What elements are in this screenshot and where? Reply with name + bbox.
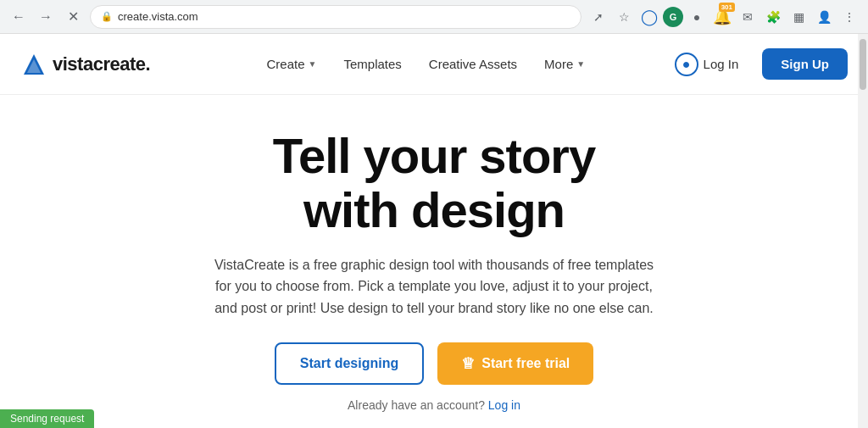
status-bar: Sending request [0,409,94,428]
nav-item-more[interactable]: More ▼ [532,50,597,78]
profile-icon[interactable]: ◯ [637,5,661,29]
browser-controls: ← → ✕ [7,5,85,29]
start-free-trial-button[interactable]: ♕ Start free trial [437,342,593,385]
free-trial-label: Start free trial [481,356,570,371]
hero-buttons: Start designing ♕ Start free trial [275,342,594,385]
nav-item-creative-assets[interactable]: Creative Assets [417,50,529,78]
url-text: create.vista.com [118,10,198,23]
split-icon[interactable]: ▦ [787,5,810,29]
logo-text: vistacreate. [53,53,150,75]
menu-icon[interactable]: ⋮ [837,5,861,29]
ext1-icon[interactable]: ● [685,5,709,29]
signup-label: Sign Up [781,57,829,71]
start-designing-button[interactable]: Start designing [275,342,424,385]
hero-title-line1: Tell your story [273,128,595,183]
nav-creative-label: Creative Assets [429,57,517,71]
badge-icon[interactable]: 🔔301 [710,5,734,29]
login-label: Log In [704,57,739,71]
forward-button[interactable]: → [34,5,58,29]
more-chevron-icon: ▼ [576,59,585,69]
login-link[interactable]: Log in [488,398,520,412]
already-account-text: Already have an account? Log in [348,398,520,412]
nav-actions: ● Log In Sign Up [661,46,848,83]
reload-button[interactable]: ✕ [61,5,85,29]
logo-icon [20,51,47,78]
nav-templates-label: Templates [343,57,401,71]
mail-icon[interactable]: ✉ [736,5,760,29]
nav-menu: Create ▼ Templates Creative Assets More … [191,50,661,78]
back-button[interactable]: ← [7,5,31,29]
bookmark-icon[interactable]: ☆ [612,5,636,29]
nav-create-label: Create [267,57,305,71]
nav-item-templates[interactable]: Templates [331,50,413,78]
hero-section: Tell your story with design VistaCreate … [0,95,868,428]
scrollbar[interactable] [858,34,868,428]
browser-right-icons: ➚ ☆ ◯ G ● 🔔301 ✉ 🧩 ▦ 👤 ⋮ [587,5,861,29]
vpn-icon[interactable]: G [663,7,683,27]
scrollbar-thumb[interactable] [860,39,866,90]
crown-icon: ♕ [461,354,475,373]
create-chevron-icon: ▼ [309,59,317,69]
browser-chrome: ← → ✕ 🔒 create.vista.com ➚ ☆ ◯ G ● 🔔301 … [0,0,868,34]
navbar: vistacreate. Create ▼ Templates Creative… [0,34,868,95]
hero-title: Tell your story with design [273,129,595,237]
share-icon[interactable]: ➚ [587,5,610,29]
status-text: Sending request [10,413,84,425]
hero-subtitle: VistaCreate is a free graphic design too… [205,254,663,320]
signup-button[interactable]: Sign Up [762,48,848,80]
user-circle-icon: ● [675,53,698,76]
address-bar[interactable]: 🔒 create.vista.com [90,5,581,29]
hero-title-line2: with design [303,182,565,237]
lock-icon: 🔒 [101,11,113,22]
nav-more-label: More [544,57,573,71]
logo[interactable]: vistacreate. [20,51,150,78]
puzzle-icon[interactable]: 🧩 [761,5,785,29]
user-icon[interactable]: 👤 [812,5,836,29]
already-text: Already have an account? [348,398,485,412]
nav-item-create[interactable]: Create ▼ [255,50,329,78]
login-button[interactable]: ● Log In [661,46,753,83]
start-designing-label: Start designing [300,356,398,370]
